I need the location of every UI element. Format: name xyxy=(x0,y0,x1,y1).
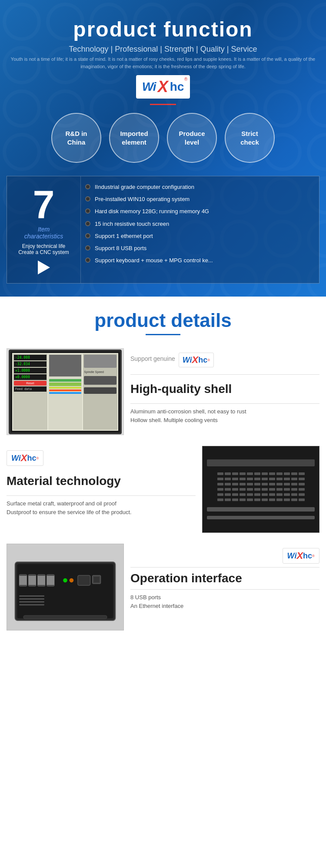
bullet-icon xyxy=(85,184,90,189)
svg-rect-18 xyxy=(93,577,99,582)
feature-item: Pre-installed WIN10 operating system xyxy=(85,195,315,203)
block3-heading: Operation interface xyxy=(130,571,319,586)
svg-rect-1 xyxy=(17,564,113,618)
detail-row-2: Wi X hc ® Material technology Surface me… xyxy=(7,446,319,533)
divider xyxy=(130,403,319,404)
svg-rect-9 xyxy=(47,576,54,585)
circle-strict: Strict check xyxy=(225,113,275,163)
divider xyxy=(130,567,319,568)
logo-area: Wi X hc ® xyxy=(0,75,326,99)
cnc-screen: -24.008 -32.034 +1.0000 +0.0000 Reset Fe… xyxy=(9,350,122,434)
support-genuine-text: Support genuine xyxy=(130,355,175,362)
divider xyxy=(7,495,196,496)
feature-item: 15 inch resistive touch screen xyxy=(85,220,315,228)
svg-rect-14 xyxy=(19,598,44,600)
device-svg xyxy=(11,548,120,626)
feature-item: IIndustrial grade computer configuration xyxy=(85,183,315,191)
svg-rect-16 xyxy=(19,604,44,605)
svg-rect-15 xyxy=(19,601,44,603)
char-label: Itemcharacteristics xyxy=(24,226,63,240)
bullet-icon xyxy=(85,245,90,251)
logo-top-right: Wi X hc ® xyxy=(130,548,319,564)
svg-rect-19 xyxy=(23,615,107,619)
arrow-icon xyxy=(38,261,50,274)
device-image-box xyxy=(7,544,124,630)
subtitle: Technology | Professional | Strength | Q… xyxy=(0,45,326,54)
detail-row-3: Wi X hc ® Operation interface 8 USB port… xyxy=(7,544,319,630)
detail-text-2: Wi X hc ® Material technology Surface me… xyxy=(7,446,196,533)
svg-rect-12 xyxy=(78,575,90,585)
char-slogan1: Enjoy technical life xyxy=(22,243,65,249)
svg-rect-13 xyxy=(19,595,44,597)
bullet-icon xyxy=(85,221,90,226)
feature-item: Hard disk memory 128G; running memory 4G xyxy=(85,208,315,215)
block1-para1: Aluminum anti-corrosion shell, not easy … xyxy=(130,407,319,416)
block3-para2: An Ethernet interface xyxy=(130,602,319,611)
section-product-details: product details -24.008 -32.034 +1.0000 … xyxy=(0,297,326,654)
logo-hc: hc xyxy=(170,80,184,94)
feature-item: Support 1 ethernet port xyxy=(85,232,315,240)
circle-produce: Produce level xyxy=(167,113,217,163)
circle-imported: Imported element xyxy=(109,113,159,163)
red-divider xyxy=(150,104,176,105)
feature-item: Support keyboard + mouse + MPG control k… xyxy=(85,257,315,264)
svg-point-11 xyxy=(70,578,74,583)
block2-heading: Material technology xyxy=(7,474,196,488)
bullet-icon xyxy=(85,208,90,214)
blue-divider xyxy=(146,334,180,335)
logo-inline: Wi X hc ® xyxy=(179,353,214,367)
block2-para2: Dustproof to ensure the service life of … xyxy=(7,508,196,517)
cnc-image-box: -24.008 -32.034 +1.0000 +0.0000 Reset Fe… xyxy=(7,348,124,435)
logo-x: X xyxy=(158,78,168,96)
char-left: 7 Itemcharacteristics Enjoy technical li… xyxy=(7,176,81,283)
detail-row-1: -24.008 -32.034 +1.0000 +0.0000 Reset Fe… xyxy=(7,348,319,435)
back-panel-image xyxy=(202,446,319,533)
section-product-function: product function Technology | Profession… xyxy=(0,0,326,297)
bullet-icon xyxy=(85,196,90,201)
characteristics-box: 7 Itemcharacteristics Enjoy technical li… xyxy=(7,176,319,284)
char-number: 7 xyxy=(33,185,54,224)
details-title: product details xyxy=(0,310,326,331)
divider xyxy=(130,374,319,375)
logo-box-3: Wi X hc ® xyxy=(283,548,319,564)
circles-row: R&D in China Imported element Produce le… xyxy=(9,113,317,163)
svg-rect-7 xyxy=(38,576,45,585)
logo-box-2: Wi X hc ® xyxy=(7,450,43,466)
logo-r: ® xyxy=(184,77,187,82)
description: Youth is not a time of life; it is a sta… xyxy=(9,56,317,70)
block2-para1: Surface metal craft, waterproof and oil … xyxy=(7,499,196,508)
feature-item: Support 8 USB ports xyxy=(85,244,315,252)
block1-heading: High-quality shell xyxy=(130,382,319,396)
svg-rect-5 xyxy=(28,576,36,585)
char-slogan2: Create a CNC system xyxy=(18,249,69,255)
detail-text-1: Support genuine Wi X hc ® High-quality s… xyxy=(130,348,319,435)
block3-para1: 8 USB ports xyxy=(130,593,319,602)
char-right: IIndustrial grade computer configuration… xyxy=(81,176,319,283)
detail-text-3: Wi X hc ® Operation interface 8 USB port… xyxy=(130,544,319,630)
block1-para2: Hollow shell. Multiple cooling vents xyxy=(130,416,319,425)
bullet-icon xyxy=(85,233,90,238)
svg-rect-3 xyxy=(19,576,27,585)
section-title: product function xyxy=(0,9,326,41)
logo-wi: Wi xyxy=(142,80,156,94)
wixhc-logo: Wi X hc ® xyxy=(136,75,190,99)
circle-rd: R&D in China xyxy=(51,113,101,163)
divider xyxy=(130,589,319,590)
bullet-icon xyxy=(85,257,90,263)
svg-point-10 xyxy=(63,578,67,583)
